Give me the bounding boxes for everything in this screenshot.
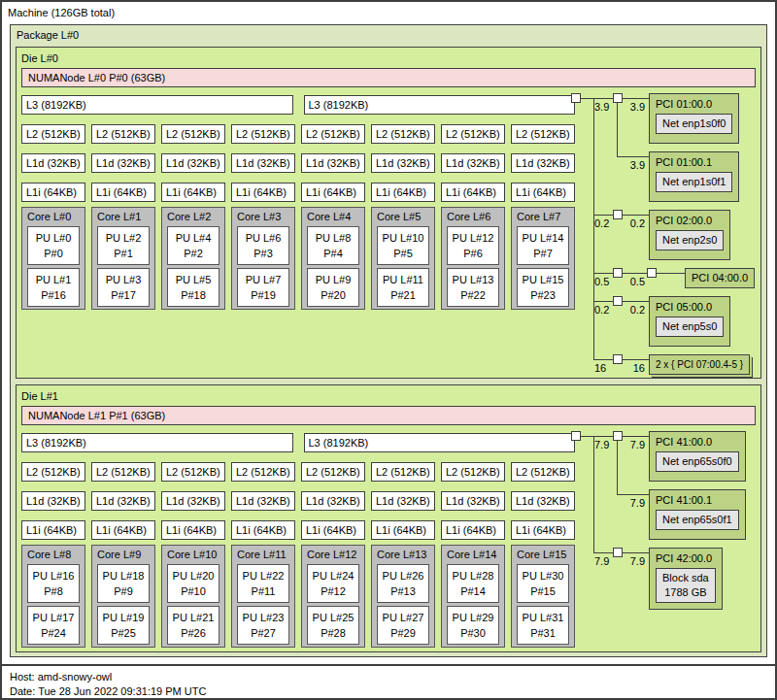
pci-link-line (593, 436, 594, 553)
device-name: Block sda (662, 571, 709, 585)
legend-host: Host: amd-snowy-owl (10, 670, 775, 684)
pci-label: PCI 42:00.0 (656, 551, 716, 565)
pci-bridge-icon (571, 93, 581, 103)
package-label: Package L#0 (17, 29, 79, 41)
pci-link-line (593, 552, 613, 553)
package-box: Package L#0 Die L#0 NUMANode L#0 P#0 (63… (10, 24, 767, 657)
link-speed-label: 7.9 (622, 439, 645, 450)
link-speed-label: 0.5 (622, 276, 645, 287)
device-name: Net enp65s0f0 (662, 454, 732, 469)
pci-link-line (623, 273, 647, 274)
pci-label: PCI 01:00.1 (656, 155, 732, 169)
pci-link-line (623, 301, 649, 302)
pci-device-box: PCI 05:00.0Net enp5s0 (649, 296, 730, 347)
device-name: Net enp2s0 (662, 233, 717, 248)
pci-label: PCI 02:00.0 (656, 214, 724, 227)
pci-link-line (581, 436, 593, 437)
link-speed-label: 16 (622, 362, 645, 374)
pci-bridge-icon (647, 268, 657, 278)
die-body: L3 (8192KB)L3 (8192KB) L2 (512KB)L2 (512… (21, 431, 756, 648)
net-device-box: Net enp2s0 (656, 230, 724, 250)
net-device-box: Net enp65s0f1 (656, 510, 739, 530)
pci-link-line (617, 156, 649, 157)
die-label: Die L#1 (17, 385, 760, 406)
link-speed-label: 0.5 (594, 276, 618, 287)
pci-link-line (623, 359, 649, 360)
numanode: NUMANode L#1 P#1 (63GB) (21, 406, 756, 425)
die-0: Die L#0 NUMANode L#0 P#0 (63GB) L3 (8192… (16, 47, 761, 379)
link-speed-label: 3.9 (594, 101, 618, 113)
link-speed-label: 7.9 (622, 497, 645, 509)
device-name: Net enp1s0f1 (662, 175, 726, 189)
pci-link-line (617, 494, 649, 495)
pci-label: PCI 05:00.0 (656, 300, 724, 314)
pci-label: PCI 41:00.0 (656, 435, 739, 449)
net-device-box: Net enp1s0f0 (656, 114, 732, 134)
link-speed-label: 3.9 (622, 159, 645, 171)
net-device-box: Net enp5s0 (656, 317, 724, 337)
pci-link-line (623, 215, 649, 216)
pci-tree: 7.97.9PCI 41:00.0Net enp65s0f07.9PCI 41:… (21, 431, 756, 648)
die-body: L3 (8192KB)L3 (8192KB) L2 (512KB)L2 (512… (21, 93, 756, 310)
machine-box: Machine (126GB total) Package L#0 Die L#… (0, 0, 777, 700)
die-1: Die L#1 NUMANode L#1 P#1 (63GB) L3 (8192… (16, 384, 761, 652)
net-device-box: Net enp65s0f0 (656, 451, 739, 472)
pci-device-box: PCI 01:00.0Net enp1s0f0 (649, 93, 739, 144)
legend: Host: amd-snowy-owl Date: Tue 28 Jun 202… (2, 664, 775, 699)
link-speed-label: 0.2 (622, 304, 645, 316)
link-speed-label: 7.9 (622, 555, 645, 567)
device-name: Net enp65s0f1 (662, 513, 732, 527)
pci-link-line (657, 273, 685, 274)
link-speed-label: 3.9 (622, 101, 645, 113)
pci-device-stack: 2 x { PCI 07:00.4-5 } (649, 354, 750, 375)
device-name: Net enp5s0 (662, 319, 717, 334)
pci-label: PCI 01:00.0 (656, 97, 732, 111)
machine-label: Machine (126GB total) (8, 7, 115, 18)
pci-label: PCI 41:00.1 (656, 493, 739, 507)
pci-link-line (593, 98, 594, 360)
pci-link-line (617, 103, 618, 156)
pci-link-line (593, 273, 613, 274)
net-device-box: Net enp1s0f1 (656, 172, 732, 192)
pci-link-line (617, 441, 618, 494)
numanode: NUMANode L#0 P#0 (63GB) (21, 68, 756, 87)
pci-device-box: PCI 41:00.1Net enp65s0f1 (649, 489, 746, 540)
link-speed-label: 7.9 (594, 439, 618, 450)
pci-link-line (593, 359, 613, 360)
block-device-box: Block sda1788 GB (656, 568, 716, 603)
pci-link-line (593, 301, 613, 302)
pci-link-line (581, 98, 593, 99)
pci-device-box: PCI 01:00.1Net enp1s0f1 (649, 151, 739, 202)
pci-device-box: PCI 41:00.0Net enp65s0f0 (649, 431, 746, 482)
pci-tree: 3.93.9PCI 01:00.0Net enp1s0f03.9PCI 01:0… (21, 93, 756, 310)
link-speed-label: 0.2 (594, 304, 618, 316)
pci-device-box: PCI 42:00.0Block sda1788 GB (649, 548, 723, 610)
pci-link-line (623, 436, 649, 437)
pci-link-line (593, 98, 613, 99)
legend-date: Date: Tue 28 Jun 2022 09:31:19 PM UTC (10, 684, 775, 699)
die-label: Die L#0 (17, 48, 760, 68)
pci-link-line (593, 215, 613, 216)
pci-link-line (623, 98, 649, 99)
pci-link-line (593, 436, 613, 437)
device-name: Net enp1s0f0 (662, 117, 726, 131)
pci-link-line (623, 552, 649, 553)
link-speed-label: 0.2 (594, 217, 618, 229)
link-speed-label: 16 (594, 362, 618, 374)
link-speed-label: 7.9 (594, 555, 618, 567)
pci-device-box: PCI 02:00.0Net enp2s0 (649, 210, 730, 260)
link-speed-label: 0.2 (622, 217, 645, 229)
pci-bridge-icon (571, 431, 581, 441)
device-size: 1788 GB (662, 585, 709, 600)
pci-device-box: PCI 04:00.0 (685, 268, 755, 288)
